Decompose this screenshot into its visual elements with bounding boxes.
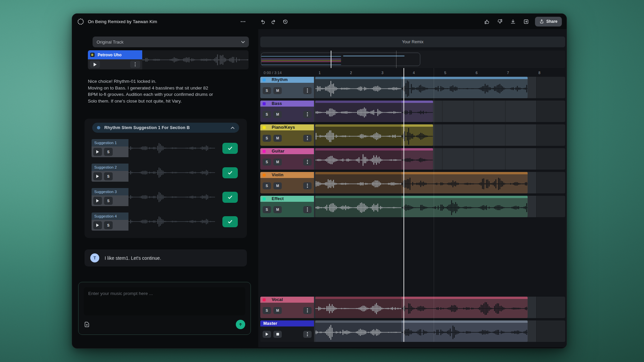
mute-button[interactable]: M — [273, 159, 282, 166]
thumbs-up-icon[interactable] — [483, 17, 491, 26]
solo-button[interactable]: S — [263, 307, 271, 314]
lane-end-zone — [536, 320, 565, 342]
track-color-strip[interactable]: Vocal — [260, 297, 314, 303]
track-color-chip-icon — [263, 298, 266, 301]
mute-button[interactable]: M — [273, 307, 282, 314]
master-stop-button[interactable] — [273, 331, 282, 338]
suggestion-solo-button[interactable]: S — [104, 197, 113, 205]
suggestion-play-button[interactable] — [93, 172, 102, 180]
suggestion-solo-button[interactable]: S — [104, 221, 113, 229]
suggestion-waveform — [128, 141, 215, 156]
original-track-title-bar[interactable]: Petrovo Uho — [88, 50, 142, 59]
track-menu-button[interactable] — [303, 111, 312, 118]
master-play-button[interactable] — [263, 331, 271, 338]
original-track-play-button[interactable] — [90, 61, 100, 68]
track-color-strip[interactable]: Piano/Keys — [260, 124, 314, 130]
suggestion-accept-button[interactable] — [222, 143, 238, 154]
solo-button[interactable]: S — [263, 111, 271, 118]
timeline-ruler[interactable]: 0:00 / 3:14 12345678 — [258, 68, 567, 77]
send-prompt-button[interactable] — [236, 320, 245, 329]
original-track-menu-button[interactable] — [130, 61, 140, 68]
history-icon[interactable] — [281, 17, 289, 26]
export-icon[interactable] — [522, 17, 531, 26]
track-row-rhythm: RhythmSM — [260, 77, 565, 98]
audio-clip[interactable] — [315, 124, 433, 146]
track-row-violin: ViolinSM — [260, 172, 565, 193]
track-name: Bass — [272, 101, 282, 106]
share-button[interactable]: Share — [535, 17, 562, 26]
track-menu-button[interactable] — [303, 159, 312, 166]
track-menu-button[interactable] — [303, 135, 312, 142]
suggestion-accept-button[interactable] — [222, 167, 238, 178]
solo-button[interactable]: S — [263, 159, 271, 166]
suggestion-play-button[interactable] — [93, 221, 102, 229]
music-prompt-input[interactable] — [84, 287, 245, 315]
check-icon — [228, 146, 232, 150]
mute-button[interactable]: M — [273, 206, 282, 213]
suggestion-header: Suggestion 1S — [92, 139, 128, 157]
clip-played-shade — [315, 196, 401, 217]
track-lane — [314, 297, 565, 318]
minimap-playhead[interactable] — [331, 51, 331, 68]
track-color-strip[interactable]: Rhythm — [260, 77, 314, 83]
more-menu-icon[interactable] — [238, 17, 247, 26]
lane-gridline — [442, 148, 442, 170]
undo-icon[interactable] — [259, 17, 267, 26]
audio-clip[interactable] — [315, 320, 528, 342]
track-lane — [314, 101, 565, 122]
remix-panel-title: Your Remix — [260, 37, 565, 47]
suggestion-solo-button[interactable]: S — [104, 148, 113, 156]
solo-button[interactable]: S — [263, 206, 271, 213]
lane-gridline — [505, 101, 505, 122]
suggestion-play-button[interactable] — [93, 148, 102, 156]
track-color-chip-icon — [263, 174, 266, 177]
track-thumbnail-icon — [90, 53, 95, 57]
lane-gridline — [474, 101, 474, 122]
lane-gridline — [474, 148, 474, 170]
track-menu-button[interactable] — [303, 307, 312, 314]
ruler-bar-number: 3 — [381, 71, 383, 75]
thumbs-down-icon[interactable] — [496, 17, 504, 26]
mute-button[interactable]: M — [273, 182, 282, 189]
solo-button[interactable]: S — [263, 135, 271, 142]
track-controls: SM — [260, 303, 314, 318]
track-menu-button[interactable] — [303, 206, 312, 213]
mute-button[interactable]: M — [273, 111, 282, 118]
check-icon — [228, 171, 232, 175]
attach-file-button[interactable] — [84, 321, 90, 327]
top-bar: On Being Remixed by Taewan Kim — [72, 14, 567, 29]
audio-clip[interactable] — [315, 148, 433, 170]
original-track-selector[interactable]: Original Track — [93, 37, 249, 47]
track-header: Master — [260, 320, 314, 342]
redo-icon[interactable] — [269, 17, 277, 26]
audio-clip[interactable] — [315, 297, 528, 318]
playhead[interactable] — [404, 68, 404, 342]
track-color-strip[interactable]: Master — [260, 320, 314, 326]
track-menu-button[interactable] — [303, 331, 312, 338]
assistant-message-line: BPM lo-fi grooves. Audition each with yo… — [88, 91, 247, 98]
suggestion-group-header[interactable]: Rhythm Stem Suggestion 1 For Section B — [92, 123, 239, 133]
track-menu-button[interactable] — [303, 182, 312, 189]
mute-button[interactable]: M — [273, 87, 282, 94]
clip-played-shade — [315, 172, 401, 193]
suggestion-accept-button[interactable] — [222, 192, 238, 203]
solo-button[interactable]: S — [263, 87, 271, 94]
audio-clip[interactable] — [315, 196, 528, 217]
audio-clip[interactable] — [315, 172, 528, 193]
track-color-strip[interactable]: Guitar — [260, 148, 314, 154]
suggestion-accept-button[interactable] — [222, 216, 238, 227]
audio-clip[interactable] — [315, 101, 433, 122]
track-menu-button[interactable] — [303, 87, 312, 94]
solo-button[interactable]: S — [263, 182, 271, 189]
download-icon[interactable] — [509, 17, 518, 26]
track-name: Vocal — [272, 297, 283, 302]
track-color-strip[interactable]: Violin — [260, 172, 314, 178]
audio-clip[interactable] — [315, 77, 528, 98]
track-row-pianokeys: Piano/KeysSM — [260, 124, 565, 146]
suggestion-solo-button[interactable]: S — [104, 172, 113, 180]
timeline-minimap[interactable] — [260, 51, 565, 68]
track-color-strip[interactable]: Effect — [260, 196, 314, 202]
mute-button[interactable]: M — [273, 135, 282, 142]
track-color-strip[interactable]: Bass — [260, 101, 314, 107]
suggestion-play-button[interactable] — [93, 197, 102, 205]
